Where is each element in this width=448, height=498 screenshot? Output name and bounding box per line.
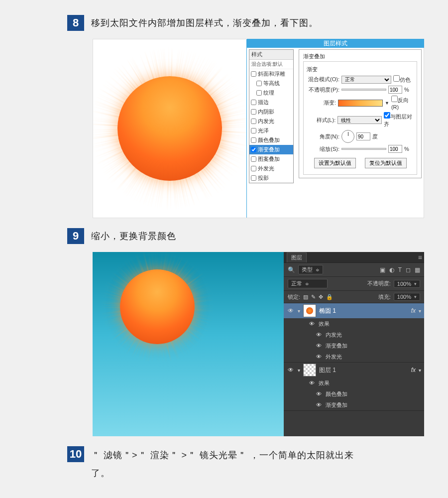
step-9-text: 缩小，更换背景颜色: [91, 228, 176, 244]
sun-graphic-small: [120, 269, 195, 344]
scale-label: 缩放(S):: [307, 145, 339, 153]
layers-opacity-label: 不透明度:: [367, 280, 391, 287]
step-8-heading: 8 移到太阳文件内部增加图层样式，渐变叠加，看下图。: [0, 15, 448, 36]
style-item-外发光[interactable]: 外发光: [249, 164, 293, 173]
style-item-等高线[interactable]: 等高线: [249, 79, 293, 88]
pct: %: [404, 87, 409, 93]
step-10-heading: 10 ＂ 滤镜＂>＂ 渲染＂ >＂ 镜头光晕＂ ，一个简单的太阳就出来了。: [0, 446, 448, 487]
angle-value[interactable]: [356, 132, 370, 140]
lock-label: 锁定:: [288, 293, 300, 301]
blend-defaults[interactable]: 混合选项:默认: [249, 60, 293, 69]
style-item-内阴影[interactable]: 内阴影: [249, 107, 293, 117]
filter-smart-icon[interactable]: ▦: [415, 266, 420, 273]
style-item-渐变叠加[interactable]: 渐变叠加: [249, 145, 293, 154]
scale-value[interactable]: [388, 145, 402, 153]
fill-label: 填充:: [378, 293, 391, 301]
style-item-斜面和浮雕[interactable]: 斜面和浮雕: [249, 69, 293, 79]
styles-header: 样式: [249, 50, 293, 60]
effects-row: 👁效果: [308, 318, 424, 329]
filter-pixel-icon[interactable]: ▣: [380, 266, 385, 273]
layers-opacity-value[interactable]: 100%▾: [394, 280, 420, 288]
effect-外发光[interactable]: 👁外发光: [308, 351, 424, 362]
dither-checkbox[interactable]: 仿色: [393, 75, 411, 84]
fx-expand-icon[interactable]: ▾: [419, 308, 421, 314]
step-9-figure: 图层 ≡ 🔍 类型≑ ▣ ◐ T ◻ ▦ 正常≑ 不透明度: 100%▾: [93, 252, 424, 436]
sun-graphic: [117, 76, 222, 181]
style-item-光泽[interactable]: 光泽: [249, 126, 293, 135]
reverse-checkbox[interactable]: 反向(R): [391, 96, 414, 110]
blend-mode-select[interactable]: 正常: [341, 76, 391, 84]
style-label: 样式(L):: [307, 117, 336, 124]
layer-thumb: [303, 304, 316, 317]
effect-渐变叠加[interactable]: 👁渐变叠加: [308, 340, 424, 351]
lock-transparency-icon[interactable]: ▨: [303, 294, 308, 300]
fx-label[interactable]: fx: [411, 367, 416, 374]
lock-all-icon[interactable]: 🔒: [326, 294, 333, 300]
fx-expand-icon[interactable]: ▾: [419, 368, 421, 373]
gradient-swatch[interactable]: [338, 100, 383, 107]
filter-type-icon[interactable]: T: [398, 266, 402, 273]
angle-dial[interactable]: [341, 130, 354, 143]
step-8-figure: 图层样式 样式 混合选项:默认 斜面和浮雕等高线纹理描边内阴影内发光光泽颜色叠加…: [93, 39, 424, 218]
filter-shape-icon[interactable]: ◻: [406, 266, 411, 273]
sun-preview-white: [93, 39, 246, 218]
step-number-10: 10: [67, 446, 84, 462]
effect-内发光[interactable]: 👁内发光: [308, 329, 424, 340]
layer-style-dialog: 图层样式 样式 混合选项:默认 斜面和浮雕等高线纹理描边内阴影内发光光泽颜色叠加…: [246, 39, 424, 218]
angle-label: 角度(N):: [307, 133, 339, 140]
set-default-button[interactable]: 设置为默认值: [314, 158, 356, 168]
layer-图层 1[interactable]: 👁 ▾ 图层 1 fx ▾👁效果👁颜色叠加👁渐变叠加: [284, 363, 424, 411]
fill-value[interactable]: 100%▾: [394, 293, 420, 301]
gradient-subsection: 渐变: [307, 66, 414, 73]
styles-list: 样式 混合选项:默认 斜面和浮雕等高线纹理描边内阴影内发光光泽颜色叠加渐变叠加图…: [249, 49, 294, 183]
style-item-描边[interactable]: 描边: [249, 98, 293, 107]
layers-panel: 图层 ≡ 🔍 类型≑ ▣ ◐ T ◻ ▦ 正常≑ 不透明度: 100%▾: [284, 252, 424, 436]
gradient-label: 渐变:: [307, 99, 336, 107]
effect-渐变叠加[interactable]: 👁渐变叠加: [308, 399, 424, 410]
style-item-纹理[interactable]: 纹理: [249, 88, 293, 98]
sun-preview-blue: [93, 252, 284, 436]
opacity-slider[interactable]: [341, 89, 386, 91]
layer-thumb: [303, 364, 316, 376]
blend-mode-label: 混合模式(O):: [307, 76, 339, 83]
effects-row: 👁效果: [308, 377, 424, 388]
gradient-overlay-options: 渐变叠加 渐变 混合模式(O): 正常 仿色 不透明度(P): %: [299, 49, 422, 178]
lock-position-icon[interactable]: ✥: [319, 294, 323, 300]
step-8-text: 移到太阳文件内部增加图层样式，渐变叠加，看下图。: [91, 15, 318, 31]
style-select[interactable]: 线性: [337, 116, 382, 124]
style-item-图案叠加[interactable]: 图案叠加: [249, 154, 293, 164]
visibility-icon[interactable]: 👁: [287, 307, 295, 314]
step-10-text: ＂ 滤镜＂>＂ 渲染＂ >＂ 镜头光晕＂ ，一个简单的太阳就出来了。: [91, 446, 370, 482]
fx-label[interactable]: fx: [411, 307, 416, 314]
filter-dropdown[interactable]: 类型≑: [298, 265, 323, 274]
angle-unit: 度: [372, 133, 378, 140]
dialog-title: 图层样式: [247, 39, 424, 48]
step-9-heading: 9 缩小，更换背景颜色: [0, 228, 448, 249]
layer-name: 图层 1: [319, 366, 336, 374]
blend-mode-dropdown[interactable]: 正常≑: [288, 279, 328, 288]
scale-slider[interactable]: [341, 148, 386, 150]
pct2: %: [404, 146, 409, 152]
layers-tab[interactable]: 图层: [287, 252, 307, 262]
expand-icon[interactable]: ▾: [298, 308, 300, 314]
effect-颜色叠加[interactable]: 👁颜色叠加: [308, 388, 424, 399]
panel-menu-icon[interactable]: ≡: [418, 253, 422, 261]
expand-icon[interactable]: ▾: [298, 368, 300, 373]
style-item-内发光[interactable]: 内发光: [249, 117, 293, 126]
visibility-icon[interactable]: 👁: [287, 367, 295, 374]
style-item-投影[interactable]: 投影: [249, 173, 293, 183]
filter-adjust-icon[interactable]: ◐: [389, 266, 394, 273]
step-number-8: 8: [67, 15, 84, 31]
gradient-overlay-title: 渐变叠加: [303, 53, 417, 60]
opacity-label: 不透明度(P):: [307, 86, 339, 94]
lock-pixels-icon[interactable]: ✎: [311, 294, 316, 300]
reset-default-button[interactable]: 复位为默认值: [365, 158, 407, 168]
style-item-颜色叠加[interactable]: 颜色叠加: [249, 135, 293, 145]
step-number-9: 9: [67, 228, 84, 244]
opacity-value[interactable]: [388, 86, 402, 94]
align-layer-checkbox[interactable]: 与图层对齐: [384, 112, 414, 128]
layer-name: 椭圆 1: [319, 307, 336, 315]
layer-椭圆 1[interactable]: 👁 ▾ 椭圆 1 fx ▾👁效果👁内发光👁渐变叠加👁外发光: [284, 303, 424, 363]
